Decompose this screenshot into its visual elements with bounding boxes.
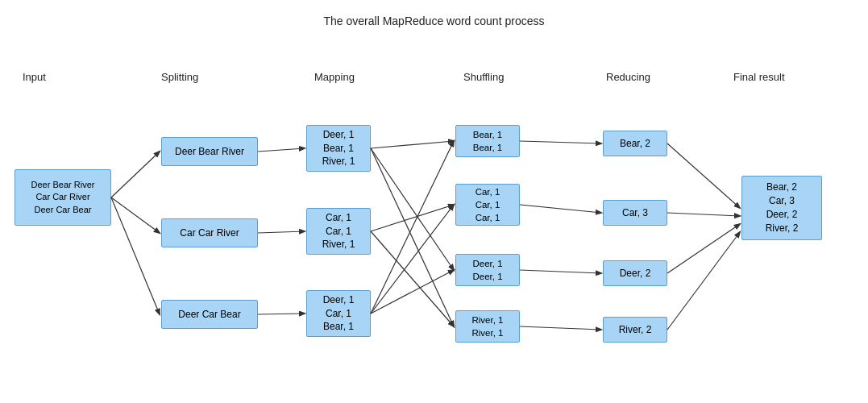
svg-line-11 bbox=[371, 141, 454, 314]
final-box: Bear, 2 Car, 3 Deer, 2 River, 2 bbox=[741, 176, 822, 240]
red1: Bear, 2 bbox=[603, 131, 667, 156]
svg-line-20 bbox=[667, 224, 740, 273]
label-mapping: Mapping bbox=[314, 71, 355, 83]
map3: Deer, 1 Car, 1 Bear, 1 bbox=[306, 290, 371, 337]
split3: Deer Car Bear bbox=[161, 300, 258, 329]
shuf1: Bear, 1 Bear, 1 bbox=[455, 125, 520, 157]
label-input: Input bbox=[23, 71, 46, 83]
input-box: Deer Bear River Car Car River Deer Car B… bbox=[15, 169, 111, 226]
svg-line-14 bbox=[520, 141, 601, 143]
svg-line-15 bbox=[520, 205, 601, 213]
diagram-title: The overall MapReduce word count process bbox=[0, 0, 868, 27]
diagram-container: The overall MapReduce word count process… bbox=[0, 0, 868, 403]
svg-line-10 bbox=[371, 231, 454, 326]
svg-line-7 bbox=[371, 148, 454, 270]
red3: Deer, 2 bbox=[603, 260, 667, 286]
svg-line-0 bbox=[111, 152, 160, 197]
svg-line-8 bbox=[371, 148, 454, 326]
split1: Deer Bear River bbox=[161, 137, 258, 166]
split2: Car Car River bbox=[161, 218, 258, 247]
svg-line-6 bbox=[371, 141, 454, 148]
svg-line-13 bbox=[371, 270, 454, 314]
label-final: Final result bbox=[733, 71, 785, 83]
map2: Car, 1 Car, 1 River, 1 bbox=[306, 208, 371, 255]
svg-line-1 bbox=[111, 197, 160, 233]
label-splitting: Splitting bbox=[161, 71, 198, 83]
red2: Car, 3 bbox=[603, 200, 667, 226]
svg-line-9 bbox=[371, 205, 454, 231]
svg-line-17 bbox=[520, 326, 601, 330]
shuf4: River, 1 River, 1 bbox=[455, 310, 520, 343]
shuf2: Car, 1 Car, 1 Car, 1 bbox=[455, 184, 520, 226]
svg-line-5 bbox=[258, 314, 305, 314]
svg-line-21 bbox=[667, 232, 740, 330]
svg-line-4 bbox=[258, 231, 305, 233]
label-reducing: Reducing bbox=[606, 71, 650, 83]
svg-line-19 bbox=[667, 213, 740, 216]
svg-line-18 bbox=[667, 143, 740, 208]
map1: Deer, 1 Bear, 1 River, 1 bbox=[306, 125, 371, 172]
red4: River, 2 bbox=[603, 317, 667, 343]
svg-line-2 bbox=[111, 197, 160, 314]
svg-line-3 bbox=[258, 148, 305, 152]
label-shuffling: Shuffling bbox=[463, 71, 504, 83]
svg-line-12 bbox=[371, 205, 454, 314]
shuf3: Deer, 1 Deer, 1 bbox=[455, 254, 520, 286]
svg-line-16 bbox=[520, 270, 601, 273]
arrows-svg bbox=[0, 0, 868, 403]
